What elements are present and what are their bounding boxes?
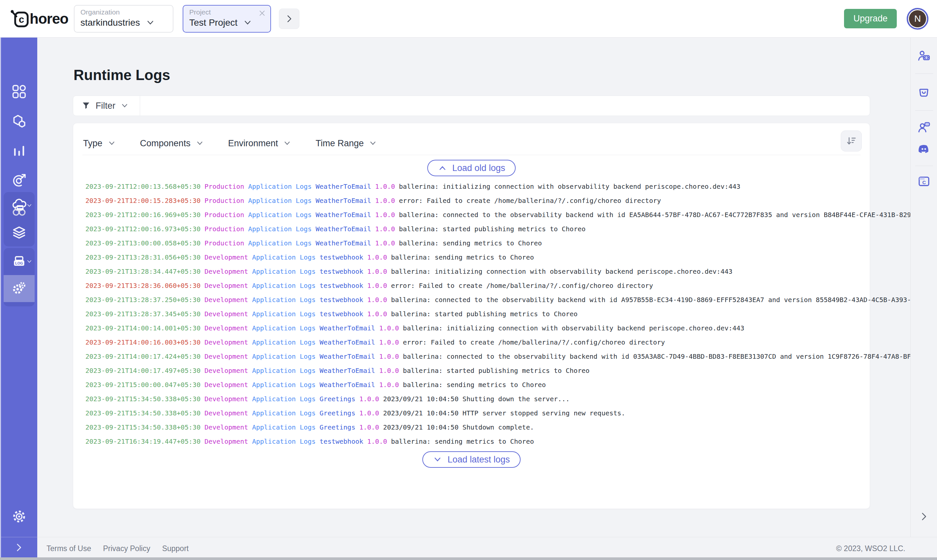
log-timestamp: 2023-09-21T12:00:15.283+05:30 <box>85 194 201 207</box>
project-selector[interactable]: Project Test Project <box>183 5 271 32</box>
sidebar-item-logs[interactable]: LOG <box>4 248 35 275</box>
sidebar-item-runtime-logs-active[interactable] <box>4 275 35 302</box>
filter-dropdown[interactable]: Type <box>83 138 116 149</box>
filter-dropdown[interactable]: Environment <box>228 138 292 149</box>
log-timestamp: 2023-09-21T14:00:16.003+05:30 <box>85 336 201 349</box>
grid-icon <box>12 84 26 99</box>
load-old-logs-label: Load old logs <box>452 163 505 173</box>
chevron-down-icon <box>146 20 154 26</box>
log-component: WeatherToEmail <box>315 223 371 235</box>
log-row: 2023-09-21T14:00:16.003+05:30 Developmen… <box>85 336 861 349</box>
avatar[interactable]: N <box>907 8 928 30</box>
sidebar-item-settings[interactable] <box>1 507 37 526</box>
breadcrumb-forward-button[interactable] <box>279 9 299 29</box>
log-icon: LOG <box>12 254 26 269</box>
footer-link[interactable]: Support <box>162 544 189 553</box>
log-type: Application Logs <box>252 435 316 448</box>
log-type: Application Logs <box>252 251 316 264</box>
log-type: Application Logs <box>248 180 312 193</box>
rail-item-dev-portal[interactable] <box>917 49 931 63</box>
log-version: 1.0.0 <box>367 308 387 320</box>
load-old-logs-button[interactable]: Load old logs <box>427 160 516 176</box>
logo-wordmark: horeo <box>30 11 68 27</box>
chevron-down-icon <box>196 141 204 146</box>
log-version: 1.0.0 <box>379 350 399 363</box>
sidebar-item-dependencies[interactable] <box>4 219 35 246</box>
log-component: Greetings <box>320 393 355 406</box>
panel-divider <box>82 155 860 155</box>
rail-collapse-button[interactable] <box>917 509 931 524</box>
window-edge <box>0 557 937 560</box>
choreo-logo[interactable]: c horeo <box>10 9 69 29</box>
sort-descending-icon <box>846 136 857 146</box>
sidebar-item-components[interactable] <box>1 111 37 131</box>
sidebar-item-observability[interactable] <box>1 141 37 161</box>
cube-icon <box>12 114 26 128</box>
filter-button[interactable]: Filter <box>73 96 140 115</box>
log-message: ballerina: sending metrics to Choreo <box>399 237 861 250</box>
log-row: 2023-09-21T12:00:15.283+05:30 Production… <box>85 194 861 207</box>
sort-order-button[interactable] <box>841 131 862 152</box>
load-latest-logs-button[interactable]: Load latest logs <box>422 451 520 468</box>
filter-dropdown[interactable]: Time Range <box>315 138 377 149</box>
log-row: 2023-09-21T14:00:17.424+05:30 Developmen… <box>85 350 861 363</box>
log-version: 1.0.0 <box>375 194 395 207</box>
log-row: 2023-09-21T12:00:13.568+05:30 Production… <box>85 180 861 193</box>
sidebar-group-logs-admin: LOG <box>4 248 35 306</box>
log-version: 1.0.0 <box>379 336 399 349</box>
feedback-icon <box>917 120 931 134</box>
log-timestamp: 2023-09-21T15:34:50.338+05:30 <box>85 393 201 406</box>
log-component: WeatherToEmail <box>315 194 371 207</box>
sidebar-item-insights[interactable] <box>1 171 37 191</box>
close-icon[interactable] <box>258 9 266 17</box>
chevron-down-icon <box>27 203 32 208</box>
rail-item-feedback[interactable] <box>917 120 931 134</box>
footer-link[interactable]: Terms of Use <box>46 544 91 553</box>
log-type: Application Logs <box>252 378 316 391</box>
log-message: ballerina: connected to the observabilit… <box>403 350 861 363</box>
log-message: ballerina: started publishing metrics to… <box>391 308 861 320</box>
log-version: 1.0.0 <box>367 251 387 264</box>
log-message: ballerina: connected to the observabilit… <box>399 209 861 222</box>
log-version: 1.0.0 <box>375 237 395 250</box>
log-component: testwebhook <box>320 251 363 264</box>
bar-chart-icon <box>12 144 26 158</box>
upgrade-button[interactable]: Upgrade <box>844 9 897 28</box>
log-type: Application Logs <box>248 223 312 235</box>
project-value: Test Project <box>189 17 238 28</box>
rail-item-docs[interactable]: C <box>917 175 931 188</box>
logs-panel: Type Components Environment <box>73 123 870 509</box>
marketplace-bag-icon <box>917 85 931 99</box>
log-component: WeatherToEmail <box>320 378 375 391</box>
chevron-down-icon <box>369 141 377 146</box>
rail-item-marketplace[interactable] <box>917 85 931 99</box>
log-component: testwebhook <box>320 265 363 278</box>
target-icon <box>12 173 26 188</box>
svg-text:c: c <box>19 14 25 25</box>
svg-text:C: C <box>923 180 926 185</box>
sidebar-item-cloud-deploy[interactable] <box>4 192 35 219</box>
log-environment: Development <box>204 393 248 406</box>
sidebar-expand-button[interactable] <box>0 538 37 557</box>
rail-item-discord[interactable] <box>917 142 931 155</box>
filter-dropdown-label: Time Range <box>315 138 364 149</box>
choreo-logo-mark: c <box>10 9 31 29</box>
log-environment: Production <box>204 209 244 222</box>
log-row: 2023-09-21T13:28:37.345+05:30 Developmen… <box>85 308 861 320</box>
sidebar-item-overview[interactable] <box>1 82 37 102</box>
log-row: 2023-09-21T15:00:00.047+05:30 Developmen… <box>85 378 861 391</box>
log-message: 2023/09/21 10:04:50 HTTP server stopped … <box>383 407 861 420</box>
filter-dropdown[interactable]: Components <box>140 138 204 149</box>
funnel-icon <box>82 102 90 110</box>
log-message: ballerina: initializing connection with … <box>403 322 861 335</box>
organization-selector[interactable]: Organization starkindustries <box>74 5 173 32</box>
log-environment: Production <box>204 223 244 235</box>
log-timestamp: 2023-09-21T12:00:13.568+05:30 <box>85 180 201 193</box>
log-component: testwebhook <box>320 308 363 320</box>
log-timestamp: 2023-09-21T13:28:37.345+05:30 <box>85 308 201 320</box>
footer-link[interactable]: Privacy Policy <box>103 544 150 553</box>
log-row: 2023-09-21T15:34:50.338+05:30 Developmen… <box>85 407 861 420</box>
log-row: 2023-09-21T12:00:16.969+05:30 Production… <box>85 209 861 222</box>
log-row: 2023-09-21T15:34:50.338+05:30 Developmen… <box>85 421 861 434</box>
log-timestamp: 2023-09-21T15:00:00.047+05:30 <box>85 378 201 391</box>
